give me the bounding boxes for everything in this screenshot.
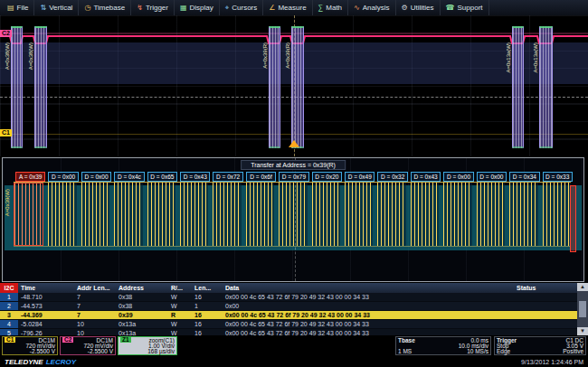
menu-item-timebase[interactable]: ◷Timebase — [79, 0, 131, 15]
menu-item-math[interactable]: ∑Math — [313, 0, 349, 15]
menu-item-cursors[interactable]: ⌖Cursors — [220, 0, 264, 15]
row-index: 3 — [0, 311, 18, 319]
timebase-icon: ◷ — [84, 5, 90, 12]
protocol-badge[interactable]: I2C — [0, 283, 18, 293]
cell-time: -796.26 — [18, 329, 74, 335]
cell-rw: W — [168, 293, 192, 301]
decode-data-box: D = 0x6f — [246, 172, 276, 182]
cell-time: -44.369 — [18, 311, 74, 319]
cell-rw: R — [168, 311, 192, 319]
i2c-byte-burst — [345, 183, 373, 246]
cell-data: 0x00 00 4c 65 43 72 6f 79 20 49 32 43 00… — [223, 311, 514, 319]
menu-item-measure[interactable]: ∠Measure — [263, 0, 312, 15]
c1-channel-marker[interactable]: C1 — [0, 129, 12, 136]
cell-address: 0x39 — [116, 311, 168, 319]
decode-data-box: D = 0x00 — [81, 172, 111, 182]
scroll-down-icon[interactable]: ▼ — [577, 327, 588, 335]
table-row-selected[interactable]: 3 -44.369 7 0x39 R 16 0x00 00 4c 65 43 7… — [0, 311, 577, 320]
decode-data-box: D = 0x34 — [509, 172, 539, 182]
i2c-byte-burst — [477, 183, 505, 246]
col-header-time[interactable]: Time — [18, 283, 74, 293]
cell-address: 0x13a — [116, 320, 168, 328]
col-header-address[interactable]: Address — [116, 283, 168, 293]
cell-rw: W — [168, 329, 192, 335]
i2c-byte-burst — [312, 183, 340, 246]
c2-label: C2 — [62, 337, 73, 343]
cell-len: 16 — [192, 293, 223, 301]
cell-address: 0x38 — [116, 293, 168, 301]
descriptor-c1[interactable]: C1DC1M 720 mV/div -2.5500 V — [2, 336, 58, 355]
datetime: 9/13/2012 1:24:46 PM — [521, 359, 583, 365]
menu-item-file[interactable]: ▤File — [2, 0, 34, 15]
cell-addr-len: 10 — [74, 329, 116, 335]
col-header-len[interactable]: Len... — [192, 283, 223, 293]
i2c-burst-highlight: A=0x39(R) — [291, 26, 304, 148]
table-row[interactable]: 4 -5.0284 10 0x13a W 16 0x00 00 4c 65 43… — [0, 320, 577, 329]
waveform-grid[interactable]: A=0x38(W) A=0x38(W) A=0x39(R) A=0x39(R) … — [0, 15, 588, 156]
i2c-stop-marker — [570, 185, 576, 252]
trigger-icon: ↯ — [137, 5, 143, 12]
cell-time: -48.710 — [18, 293, 74, 301]
burst-label: A=0x39(R) — [285, 42, 290, 69]
i2c-byte-burst — [81, 183, 109, 246]
i2c-byte-burst — [114, 183, 142, 246]
col-header-data[interactable]: Data — [223, 283, 514, 293]
decode-data-box: D = 0x00 — [48, 172, 78, 182]
cell-data: 0x00 00 4c 65 43 72 6f 79 20 49 32 43 00… — [223, 320, 514, 328]
row-index: 2 — [0, 302, 18, 310]
menu-item-trigger[interactable]: ↯Trigger — [131, 0, 175, 15]
i2c-burst-highlight: A=0x38(W) — [34, 26, 47, 148]
zoom-waveform — [14, 183, 571, 246]
table-scrollbar[interactable]: ▲ ▼ — [577, 283, 588, 335]
decode-data-box: D = 0x49 — [345, 172, 375, 182]
cell-rw: W — [168, 302, 192, 310]
menu-item-vertical[interactable]: ⇅Vertical — [34, 0, 79, 15]
c2-channel-marker[interactable]: C2 — [0, 30, 12, 37]
descriptor-z1[interactable]: Z1zoom(C1) 1.00 V/div 168 µs/div — [118, 336, 177, 355]
trigger-type: Edge — [497, 348, 510, 354]
zoom-panel[interactable]: A = 0x39 D = 0x00 D = 0x00 D = 0x4c D = … — [2, 157, 584, 282]
burst-label: A=0x38(W) — [5, 42, 10, 70]
i2c-byte-burst — [443, 183, 471, 246]
i2c-byte-burst — [509, 183, 537, 246]
col-header-rw[interactable]: R/... — [168, 283, 192, 293]
timebase-samples: 1 MS — [398, 348, 412, 354]
i2c-byte-burst — [377, 183, 405, 246]
i2c-byte-burst — [543, 183, 571, 246]
menu-item-analysis[interactable]: ∿Analysis — [348, 0, 396, 15]
menu-item-utilities[interactable]: ⚙Utilities — [396, 0, 441, 15]
cell-addr-len: 7 — [74, 311, 116, 319]
menu-bar: ▤File ⇅Vertical ◷Timebase ↯Trigger ▦Disp… — [0, 0, 588, 16]
menu-item-support[interactable]: ☎Support — [441, 0, 489, 15]
col-header-status[interactable]: Status — [514, 283, 577, 293]
cell-addr-len: 7 — [74, 302, 116, 310]
status-bar: TELEDYNE LECROY 9/13/2012 1:24:46 PM — [0, 356, 588, 367]
trigger-box[interactable]: TriggerC1 DC Stop3.05 V EdgePositive — [494, 336, 586, 355]
cell-data: 0x00 00 4c 65 43 72 6f 79 20 49 32 43 00… — [223, 329, 514, 335]
decode-data-box: D = 0x32 — [377, 172, 407, 182]
scrollbar-thumb[interactable] — [579, 301, 586, 317]
col-header-addr-len[interactable]: Addr Len... — [74, 283, 116, 293]
cell-data: 0x00 — [223, 302, 514, 310]
cell-len: 16 — [192, 311, 223, 319]
scroll-up-icon[interactable]: ▲ — [577, 283, 588, 291]
table-row[interactable]: 1 -48.710 7 0x38 W 16 0x00 00 4c 65 43 7… — [0, 293, 577, 302]
trigger-slope: Positive — [563, 348, 583, 354]
burst-label: A=0x13a(W) — [506, 42, 511, 73]
table-row[interactable]: 2 -44.573 7 0x38 W 1 0x00 — [0, 302, 577, 311]
burst-label: A=0x38(W) — [28, 42, 33, 70]
menu-item-label: Trigger — [146, 4, 168, 12]
trigger-position-marker[interactable] — [289, 140, 299, 147]
menu-item-display[interactable]: ▦Display — [175, 0, 220, 15]
menu-item-label: Math — [326, 4, 342, 12]
support-icon: ☎ — [446, 5, 455, 12]
menu-item-label: Support — [458, 4, 483, 12]
cell-addr-len: 7 — [74, 293, 116, 301]
descriptor-c2[interactable]: C2DC1M 720 mV/div -2.5500 V — [60, 336, 116, 355]
vertical-icon: ⇅ — [40, 5, 46, 12]
menu-item-label: Measure — [278, 4, 306, 12]
decode-data-box: D = 0x79 — [279, 172, 308, 182]
table-row[interactable]: 5 -796.26 10 0x13a W 16 0x00 00 4c 65 43… — [0, 329, 577, 335]
i2c-burst-highlight: A=0x38(W) — [11, 26, 23, 148]
timebase-box[interactable]: Tbase0.0 ms 10.0 ms/div 1 MS10 MS/s — [395, 336, 491, 355]
